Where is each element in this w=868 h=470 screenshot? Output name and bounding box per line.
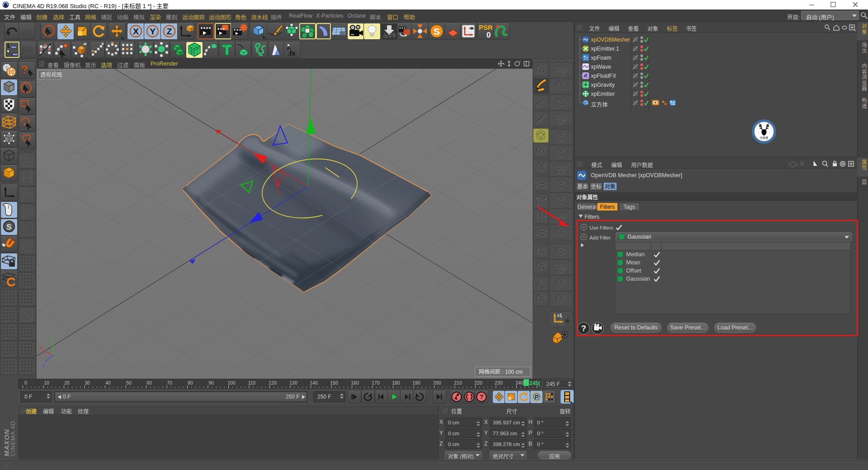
svg-text:0: 0 — [486, 31, 491, 39]
svg-text:?: ? — [480, 393, 484, 400]
svg-text:S: S — [434, 26, 440, 37]
svg-text:Z: Z — [167, 27, 172, 36]
svg-text:Y: Y — [150, 27, 156, 36]
svg-text:X: X — [39, 345, 43, 351]
svg-text:?: ? — [21, 63, 28, 76]
svg-text:?: ? — [581, 324, 586, 333]
svg-text:X: X — [133, 27, 139, 36]
svg-text:PSR: PSR — [479, 24, 493, 31]
svg-text:Z: Z — [42, 363, 45, 368]
svg-text:网格间距 : 100 cm: 网格间距 : 100 cm — [479, 368, 523, 375]
svg-text:P: P — [535, 394, 539, 400]
svg-text:.fx: .fx — [288, 49, 296, 57]
svg-text:Y: Y — [50, 338, 54, 343]
svg-text:行走者: 行走者 — [760, 136, 768, 140]
svg-text:透视视图: 透视视图 — [40, 71, 62, 78]
svg-text:C4: C4 — [21, 28, 32, 37]
svg-text:=1: =1 — [557, 313, 562, 318]
svg-text:S: S — [6, 223, 11, 231]
